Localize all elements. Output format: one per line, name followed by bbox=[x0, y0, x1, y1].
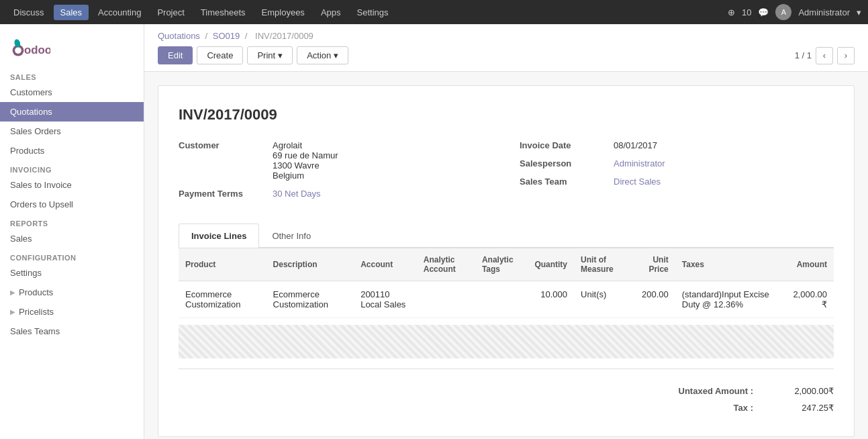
sales-team-value[interactable]: Direct Sales bbox=[614, 177, 661, 187]
topbar-right: ⊕ 10 💬 A Administrator ▾ bbox=[728, 4, 861, 20]
topbar-at-icon: ⊕ bbox=[728, 7, 735, 17]
topbar: Discuss Sales Accounting Project Timeshe… bbox=[0, 0, 868, 24]
nav-project[interactable]: Project bbox=[150, 5, 191, 20]
salesperson-field-row: Salesperson Administrator bbox=[520, 158, 834, 168]
cell-unit-of-measure: Unit(s) bbox=[574, 281, 631, 318]
action-dropdown-icon: ▾ bbox=[334, 50, 338, 60]
salesperson-label: Salesperson bbox=[520, 158, 614, 168]
nav-timesheets[interactable]: Timesheets bbox=[194, 5, 252, 20]
tab-invoice-lines[interactable]: Invoice Lines bbox=[179, 224, 259, 248]
user-menu-arrow[interactable]: ▾ bbox=[857, 7, 861, 17]
sidebar-item-config-products[interactable]: ▶ Products bbox=[0, 283, 144, 302]
arrow-icon: ▶ bbox=[10, 289, 15, 296]
untaxed-label: Untaxed Amount : bbox=[646, 386, 753, 396]
payment-terms-value[interactable]: 30 Net Days bbox=[273, 189, 321, 199]
col-account: Account bbox=[354, 248, 417, 281]
sidebar-header-sales: Sales bbox=[0, 68, 144, 83]
invoice-fields-left: Customer Agrolait 69 rue de Namur 1300 W… bbox=[179, 140, 493, 207]
invoice-body: INV/2017/0009 Customer Agrolait 69 rue d… bbox=[158, 85, 855, 437]
arrow-icon-pricelists: ▶ bbox=[10, 308, 15, 315]
sidebar-header-configuration: Configuration bbox=[0, 248, 144, 263]
customer-address-3: Belgium bbox=[273, 170, 338, 181]
create-button[interactable]: Create bbox=[197, 46, 243, 64]
sales-team-label: Sales Team bbox=[520, 177, 614, 187]
sidebar-item-orders-to-upsell[interactable]: Orders to Upsell bbox=[0, 195, 144, 214]
nav-apps[interactable]: Apps bbox=[314, 5, 348, 20]
breadcrumb-so019[interactable]: SO019 bbox=[213, 31, 240, 41]
customer-address-1: 69 rue de Namur bbox=[273, 150, 338, 160]
notifications-count[interactable]: 10 bbox=[742, 7, 751, 17]
salesperson-value[interactable]: Administrator bbox=[614, 158, 665, 168]
sidebar-header-invoicing: Invoicing bbox=[0, 160, 144, 175]
customer-name[interactable]: Agrolait bbox=[273, 140, 302, 150]
sidebar: odoo Sales Customers Quotations Sales Or… bbox=[0, 24, 144, 439]
nav-settings[interactable]: Settings bbox=[350, 5, 395, 20]
tabs: Invoice Lines Other Info bbox=[179, 224, 834, 248]
tax-value: 247.25₹ bbox=[767, 403, 834, 413]
sidebar-item-products-sales[interactable]: Products bbox=[0, 141, 144, 160]
cell-description: Ecommerce Customization bbox=[267, 281, 354, 318]
cell-taxes: (standard)Input Excise Duty @ 12.36% bbox=[675, 281, 783, 318]
totals-section: Untaxed Amount : 2,000.00₹ Tax : 247.25₹ bbox=[179, 383, 834, 416]
chat-icon[interactable]: 💬 bbox=[758, 7, 769, 17]
customer-value: Agrolait 69 rue de Namur 1300 Wavre Belg… bbox=[273, 140, 338, 181]
sidebar-item-reports-sales[interactable]: Sales bbox=[0, 229, 144, 248]
sidebar-item-config-sales-teams[interactable]: Sales Teams bbox=[0, 322, 144, 341]
invoice-fields: Customer Agrolait 69 rue de Namur 1300 W… bbox=[179, 140, 834, 207]
breadcrumb-quotations[interactable]: Quotations bbox=[158, 31, 200, 41]
cell-analytic-account bbox=[417, 281, 475, 318]
main-content: Quotations / SO019 / INV/2017/0009 Edit … bbox=[144, 24, 868, 439]
breadcrumb-sep2: / bbox=[245, 31, 248, 41]
col-unit-of-measure: Unit of Measure bbox=[574, 248, 631, 281]
cell-quantity: 10.000 bbox=[528, 281, 574, 318]
cell-product: Ecommerce Customization bbox=[179, 281, 267, 318]
col-amount: Amount bbox=[783, 248, 834, 281]
col-taxes: Taxes bbox=[675, 248, 783, 281]
sidebar-item-config-settings[interactable]: Settings bbox=[0, 263, 144, 283]
sidebar-item-customers[interactable]: Customers bbox=[0, 83, 144, 102]
print-label: Print bbox=[257, 50, 275, 60]
add-row-area[interactable] bbox=[179, 325, 834, 358]
sidebar-item-sales-orders[interactable]: Sales Orders bbox=[0, 121, 144, 141]
sidebar-item-config-pricelists[interactable]: ▶ Pricelists bbox=[0, 302, 144, 322]
action-button[interactable]: Action ▾ bbox=[297, 46, 348, 64]
breadcrumb-current: INV/2017/0009 bbox=[255, 31, 314, 41]
breadcrumb-sep1: / bbox=[205, 31, 208, 41]
tab-other-info[interactable]: Other Info bbox=[259, 224, 324, 248]
toolbar: Edit Create Print ▾ Action ▾ 1 / 1 ‹ › bbox=[158, 46, 855, 64]
sidebar-item-quotations[interactable]: Quotations bbox=[0, 102, 144, 121]
action-label: Action bbox=[307, 50, 331, 60]
cell-amount: 2,000.00 ₹ bbox=[783, 281, 834, 318]
col-product: Product bbox=[179, 248, 267, 281]
avatar[interactable]: A bbox=[775, 4, 791, 20]
sidebar-item-sales-to-invoice[interactable]: Sales to Invoice bbox=[0, 175, 144, 195]
nav-accounting[interactable]: Accounting bbox=[91, 5, 148, 20]
invoice-table: Product Description Account Analytic Acc… bbox=[179, 248, 834, 318]
svg-point-1 bbox=[15, 47, 21, 54]
nav-discuss[interactable]: Discuss bbox=[7, 5, 51, 20]
next-button[interactable]: › bbox=[837, 47, 855, 64]
separator bbox=[179, 369, 834, 369]
sidebar-logo: odoo bbox=[0, 31, 144, 68]
config-products-label: Products bbox=[19, 287, 53, 297]
edit-button[interactable]: Edit bbox=[158, 46, 193, 64]
content-header: Quotations / SO019 / INV/2017/0009 Edit … bbox=[144, 24, 868, 72]
payment-terms-label: Payment Terms bbox=[179, 189, 273, 199]
pagination-text: 1 / 1 bbox=[795, 50, 812, 60]
invoice-date-value: 08/01/2017 bbox=[614, 140, 657, 150]
sales-team-field-row: Sales Team Direct Sales bbox=[520, 177, 834, 187]
nav-sales[interactable]: Sales bbox=[54, 5, 89, 20]
user-name[interactable]: Administrator bbox=[798, 7, 850, 17]
nav-employees[interactable]: Employees bbox=[255, 5, 311, 20]
customer-label: Customer bbox=[179, 140, 273, 150]
tax-label: Tax : bbox=[646, 403, 753, 413]
invoice-date-field-row: Invoice Date 08/01/2017 bbox=[520, 140, 834, 150]
invoice-fields-right: Invoice Date 08/01/2017 Salesperson Admi… bbox=[520, 140, 834, 207]
invoice-title: INV/2017/0009 bbox=[179, 106, 834, 124]
sidebar-header-reports: Reports bbox=[0, 214, 144, 229]
pagination: 1 / 1 ‹ › bbox=[795, 47, 855, 64]
col-unit-price: Unit Price bbox=[631, 248, 675, 281]
prev-button[interactable]: ‹ bbox=[816, 47, 833, 64]
col-analytic-account: Analytic Account bbox=[417, 248, 475, 281]
print-button[interactable]: Print ▾ bbox=[247, 46, 293, 64]
